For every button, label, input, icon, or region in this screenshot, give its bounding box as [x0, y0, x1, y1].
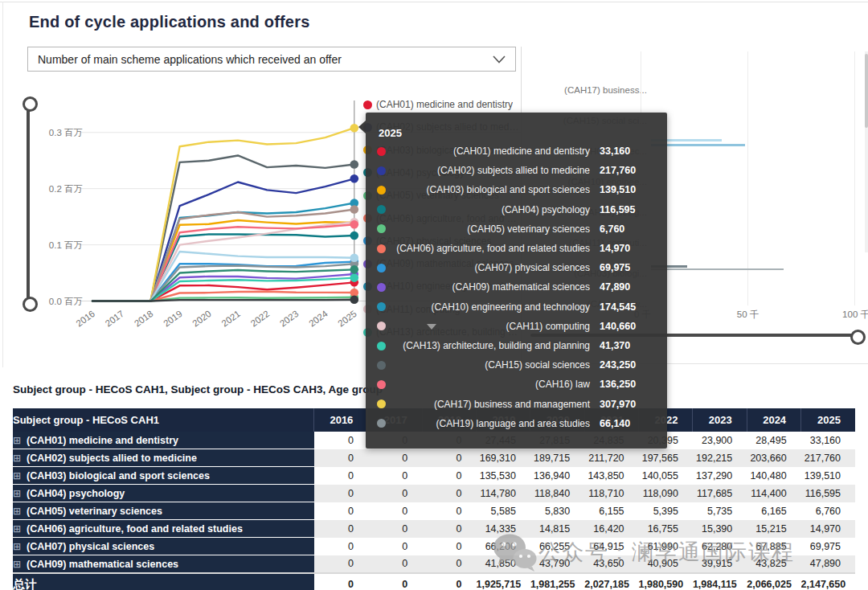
scrollbar-thumb[interactable]	[865, 54, 868, 128]
table-header-year[interactable]: 2016	[314, 408, 368, 432]
table-cell[interactable]: 0	[422, 467, 476, 485]
table-cell[interactable]: 0	[314, 555, 368, 574]
table-cell[interactable]: 0	[314, 467, 368, 485]
table-cell[interactable]: 0	[422, 555, 476, 574]
row-label-cell[interactable]: ⊞(CAH09) mathematical sciences	[13, 555, 314, 574]
table-cell[interactable]: 0	[422, 520, 476, 538]
row-label-cell[interactable]: 总计	[13, 573, 314, 590]
table-cell[interactable]: 69,975	[801, 538, 855, 555]
row-label-cell[interactable]: ⊞(CAH04) psychology	[13, 485, 314, 502]
table-cell[interactable]: 5,735	[693, 502, 747, 520]
table-cell[interactable]: 0	[314, 538, 368, 555]
table-row[interactable]: 总计0001,925,7151,981,2552,027,1851,980,59…	[13, 573, 855, 590]
table-cell[interactable]: 0	[368, 573, 422, 590]
table-cell[interactable]: 114,780	[477, 485, 530, 502]
row-expand-icon[interactable]: ⊞	[13, 470, 21, 481]
table-cell[interactable]: 6,165	[747, 502, 800, 520]
series-line[interactable]	[92, 262, 354, 301]
table-cell[interactable]: 135,530	[477, 467, 530, 485]
table-cell[interactable]: 0	[422, 573, 476, 590]
table-cell[interactable]: 140,480	[747, 467, 800, 485]
table-cell[interactable]: 0	[314, 502, 368, 520]
table-cell[interactable]: 6,760	[801, 502, 855, 520]
table-cell[interactable]: 14,970	[801, 520, 855, 538]
table-cell[interactable]: 114,400	[747, 485, 800, 502]
row-label-cell[interactable]: ⊞(CAH06) agriculture, food and related s…	[13, 520, 314, 538]
table-cell[interactable]: 0	[422, 538, 476, 555]
table-cell[interactable]: 140,055	[639, 467, 693, 485]
table-cell[interactable]: 0	[314, 432, 368, 449]
table-cell[interactable]: 6,155	[584, 502, 638, 520]
table-cell[interactable]: 47,890	[801, 555, 855, 574]
table-cell[interactable]: 2,147,650	[801, 573, 855, 590]
table-cell[interactable]: 0	[422, 485, 476, 502]
legend-item[interactable]: (CAH01) medicine and dentistry	[363, 96, 513, 113]
table-cell[interactable]: 2,066,025	[747, 573, 800, 590]
series-line[interactable]	[92, 300, 354, 301]
table-cell[interactable]: 189,715	[530, 449, 584, 467]
table-cell[interactable]: 118,710	[584, 485, 638, 502]
table-cell[interactable]: 0	[314, 485, 368, 502]
table-cell[interactable]: 197,565	[639, 449, 693, 467]
table-cell[interactable]: 0	[368, 467, 422, 485]
row-label-cell[interactable]: ⊞(CAH05) veterinary sciences	[13, 502, 314, 520]
table-cell[interactable]: 203,660	[747, 449, 800, 467]
table-cell[interactable]: 118,840	[530, 485, 584, 502]
table-cell[interactable]: 2,027,185	[584, 573, 638, 590]
row-label-cell[interactable]: ⊞(CAH07) physical sciences	[13, 538, 314, 555]
table-header-year[interactable]: 2025	[801, 408, 855, 432]
table-cell[interactable]: 211,720	[584, 449, 638, 467]
table-cell[interactable]: 0	[368, 538, 422, 555]
table-cell[interactable]: 169,310	[477, 449, 530, 467]
table-cell[interactable]: 0	[314, 573, 368, 590]
table-cell[interactable]: 28,495	[747, 432, 800, 449]
table-row[interactable]: ⊞(CAH04) psychology000114,780118,840118,…	[13, 485, 855, 502]
row-expand-icon[interactable]: ⊞	[13, 506, 21, 517]
x-range-slider-right-handle[interactable]	[850, 330, 866, 345]
table-cell[interactable]: 0	[368, 520, 422, 538]
row-expand-icon[interactable]: ⊞	[13, 453, 21, 464]
table-cell[interactable]: 117,685	[693, 485, 747, 502]
table-cell[interactable]: 192,215	[693, 449, 747, 467]
row-label-cell[interactable]: ⊞(CAH02) subjects allied to medicine	[13, 449, 314, 467]
table-cell[interactable]: 1,980,590	[639, 573, 693, 590]
table-cell[interactable]: 136,940	[530, 467, 584, 485]
table-cell[interactable]: 0	[368, 555, 422, 574]
row-expand-icon[interactable]: ⊞	[13, 559, 21, 570]
table-cell[interactable]: 116,595	[801, 485, 855, 502]
legend-scroll-down-icon[interactable]	[427, 324, 436, 330]
series-line[interactable]	[92, 264, 354, 301]
table-cell[interactable]: 0	[368, 449, 422, 467]
table-cell[interactable]: 0	[422, 502, 476, 520]
table-row[interactable]: ⊞(CAH03) biological and sport sciences00…	[13, 467, 855, 485]
row-label-cell[interactable]: ⊞(CAH01) medicine and dentistry	[13, 432, 314, 449]
table-cell[interactable]: 0	[422, 449, 476, 467]
table-row[interactable]: ⊞(CAH05) veterinary sciences0005,5855,83…	[13, 502, 855, 520]
table-cell[interactable]: 118,090	[639, 485, 693, 502]
table-cell[interactable]: 5,585	[477, 502, 530, 520]
table-row[interactable]: ⊞(CAH02) subjects allied to medicine0001…	[13, 449, 855, 467]
series-line[interactable]	[92, 234, 354, 301]
row-expand-icon[interactable]: ⊞	[13, 523, 21, 535]
table-cell[interactable]: 1,984,115	[693, 573, 747, 590]
table-cell[interactable]: 0	[314, 449, 368, 467]
table-cell[interactable]: 5,395	[639, 502, 693, 520]
row-expand-icon[interactable]: ⊞	[13, 435, 21, 446]
table-cell[interactable]: 139,510	[801, 467, 855, 485]
row-expand-icon[interactable]: ⊞	[13, 488, 21, 499]
table-cell[interactable]: 1,981,255	[530, 573, 584, 590]
table-header-year[interactable]: 2023	[693, 408, 747, 432]
table-cell[interactable]: 23,900	[693, 432, 747, 449]
table-cell[interactable]: 0	[368, 502, 422, 520]
table-cell[interactable]: 1,925,715	[477, 573, 530, 590]
table-header-subject-group[interactable]: Subject group - HECoS CAH1	[13, 408, 314, 432]
series-line[interactable]	[92, 220, 354, 301]
row-expand-icon[interactable]: ⊞	[13, 541, 21, 552]
table-cell[interactable]: 0	[368, 485, 422, 502]
table-cell[interactable]: 33,160	[801, 432, 855, 449]
table-cell[interactable]: 0	[314, 520, 368, 538]
table-header-year[interactable]: 2024	[747, 408, 800, 432]
table-cell[interactable]: 137,290	[693, 467, 747, 485]
bar[interactable]	[651, 268, 784, 270]
table-cell[interactable]: 5,830	[530, 502, 584, 520]
